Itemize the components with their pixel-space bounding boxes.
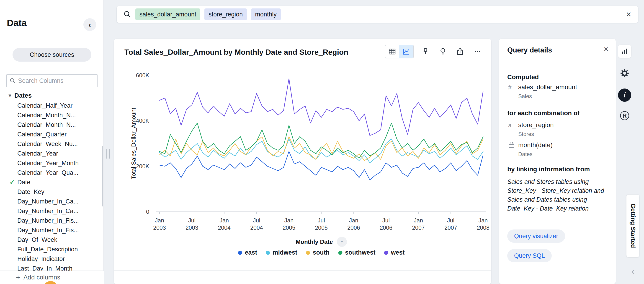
- legend-item-southwest[interactable]: southwest: [338, 249, 376, 256]
- y-tick-label: 200K: [136, 163, 150, 169]
- attribute-icon: a: [508, 122, 511, 129]
- x-tick-label: Jan: [478, 217, 488, 223]
- search-bar[interactable]: sales_dollar_amountstore_regionmonthly ×: [117, 6, 638, 23]
- column-item[interactable]: Calendar_Year_Month: [0, 158, 104, 168]
- x-tick-label: 2006: [380, 224, 392, 231]
- search-columns-input[interactable]: [18, 77, 94, 84]
- settings-button[interactable]: [618, 67, 631, 80]
- column-item[interactable]: Full_Date_Description: [0, 244, 104, 254]
- x-tick-label: 2005: [282, 224, 295, 231]
- pin-button[interactable]: [420, 46, 431, 57]
- column-list: Calendar_Half_YearCalendar_Month_N...Cal…: [0, 101, 104, 270]
- legend-item-east[interactable]: east: [238, 249, 257, 256]
- legend-dot: [384, 251, 388, 255]
- column-item[interactable]: Calendar_Week_Nu...: [0, 139, 104, 149]
- legend-item-south[interactable]: south: [306, 249, 330, 256]
- combination-heading: for each combination of: [507, 110, 580, 117]
- column-item[interactable]: Calendar_Month_N...: [0, 120, 104, 130]
- x-tick-label: Jan: [284, 217, 294, 223]
- r-analysis-button[interactable]: R: [618, 109, 631, 122]
- column-tree: ▾ Dates Calendar_Half_YearCalendar_Month…: [0, 90, 104, 270]
- x-tick-label: 2007: [412, 224, 425, 231]
- linking-heading: by linking information from: [507, 166, 590, 173]
- column-item[interactable]: Date_Key: [0, 187, 104, 197]
- y-tick-label: 400K: [136, 117, 150, 124]
- column-item[interactable]: Calendar_Month_N...: [0, 110, 104, 120]
- x-tick-label: Jan: [349, 217, 358, 223]
- add-columns-label: Add columns: [24, 274, 60, 281]
- date-attribute-source: Dates: [518, 151, 532, 157]
- query-sql-button[interactable]: Query SQL: [507, 249, 552, 262]
- info-button[interactable]: i: [618, 89, 631, 102]
- column-item[interactable]: Day_Of_Week: [0, 235, 104, 244]
- insights-button[interactable]: [437, 46, 448, 57]
- tree-group-dates[interactable]: ▾ Dates: [0, 90, 104, 101]
- column-item[interactable]: Day_Number_In_Fis...: [0, 225, 104, 235]
- column-label: Calendar_Year_Qua...: [17, 169, 78, 176]
- share-icon: [456, 47, 464, 56]
- measure-source: Sales: [518, 93, 532, 99]
- chart-view-button[interactable]: [399, 45, 414, 58]
- panel-resize-handle[interactable]: [106, 149, 110, 159]
- clear-search-button[interactable]: ×: [626, 10, 631, 19]
- series-line-midwest: [160, 139, 483, 163]
- data-panel: Data ‹ Choose sources ▾ Dates Calendar_H…: [0, 0, 104, 284]
- chevron-left-icon: ‹: [632, 266, 635, 276]
- search-token-store_region[interactable]: store_region: [204, 9, 247, 20]
- line-chart[interactable]: 0200K400K600KJan2003Jul2003Jan2004Jul200…: [114, 73, 491, 233]
- attribute-source: Stores: [518, 131, 534, 137]
- ellipsis-icon: [473, 47, 482, 56]
- search-token-monthly[interactable]: monthly: [251, 9, 281, 20]
- search-icon: [10, 77, 16, 84]
- sort-ascending-button[interactable]: ↑: [337, 237, 347, 247]
- column-item[interactable]: ✓Date: [0, 177, 104, 187]
- legend-dot: [306, 251, 310, 255]
- column-label: Calendar_Week_Nu...: [17, 141, 78, 148]
- computed-heading: Computed: [507, 74, 539, 81]
- x-tick-label: 2004: [250, 224, 263, 231]
- share-button[interactable]: [454, 46, 466, 57]
- bar-chart-icon: [621, 48, 628, 55]
- column-item[interactable]: Day_Number_In_Fis...: [0, 216, 104, 225]
- legend-item-midwest[interactable]: midwest: [266, 249, 297, 256]
- column-label: Date_Key: [17, 188, 44, 195]
- legend-dot: [266, 251, 270, 255]
- table-view-button[interactable]: [385, 45, 399, 58]
- column-label: Calendar_Year: [17, 150, 58, 157]
- line-chart-icon: [402, 48, 410, 56]
- getting-started-tab[interactable]: Getting Started: [626, 194, 640, 257]
- sidebar-scrollbar[interactable]: [102, 146, 103, 206]
- close-query-details-button[interactable]: ×: [604, 45, 608, 53]
- svg-text:R: R: [622, 112, 627, 119]
- column-item[interactable]: Calendar_Year_Qua...: [0, 168, 104, 177]
- legend-label: south: [313, 249, 330, 256]
- choose-sources-button[interactable]: Choose sources: [12, 48, 92, 62]
- column-item[interactable]: Calendar_Quarter: [0, 130, 104, 139]
- app: { "icons": { "close": "×", "caret_down":…: [0, 0, 644, 284]
- column-item[interactable]: Holiday_Indicator: [0, 254, 104, 264]
- more-options-button[interactable]: [472, 46, 483, 57]
- column-label: Calendar_Quarter: [17, 131, 66, 138]
- divider: [0, 68, 104, 68]
- x-tick-label: Jan: [155, 217, 164, 223]
- column-item[interactable]: Last_Day_In_Month: [0, 264, 104, 270]
- date-attribute-name: month(date): [518, 141, 552, 149]
- search-columns-box[interactable]: [6, 74, 98, 87]
- gear-icon: [620, 68, 630, 78]
- x-tick-label: 2005: [315, 224, 328, 231]
- column-item[interactable]: Day_Number_In_Ca...: [0, 197, 104, 206]
- query-visualizer-button[interactable]: Query visualizer: [507, 229, 565, 243]
- x-tick-label: Jul: [447, 217, 454, 223]
- getting-started-collapse-button[interactable]: ‹: [628, 266, 638, 276]
- collapse-panel-button[interactable]: ‹: [84, 18, 96, 31]
- legend-item-west[interactable]: west: [384, 249, 405, 256]
- chart-legend: eastmidwestsouthsouthwestwest: [238, 249, 404, 256]
- search-token-sales_dollar_amount[interactable]: sales_dollar_amount: [135, 9, 200, 20]
- column-label: Holiday_Indicator: [17, 255, 65, 262]
- legend-label: southwest: [345, 249, 376, 256]
- column-item[interactable]: Day_Number_In_Ca...: [0, 206, 104, 216]
- column-item[interactable]: Calendar_Half_Year: [0, 101, 104, 110]
- column-item[interactable]: Calendar_Year: [0, 149, 104, 158]
- chart-panel-button[interactable]: [618, 45, 631, 58]
- tree-group-label: Dates: [14, 92, 32, 99]
